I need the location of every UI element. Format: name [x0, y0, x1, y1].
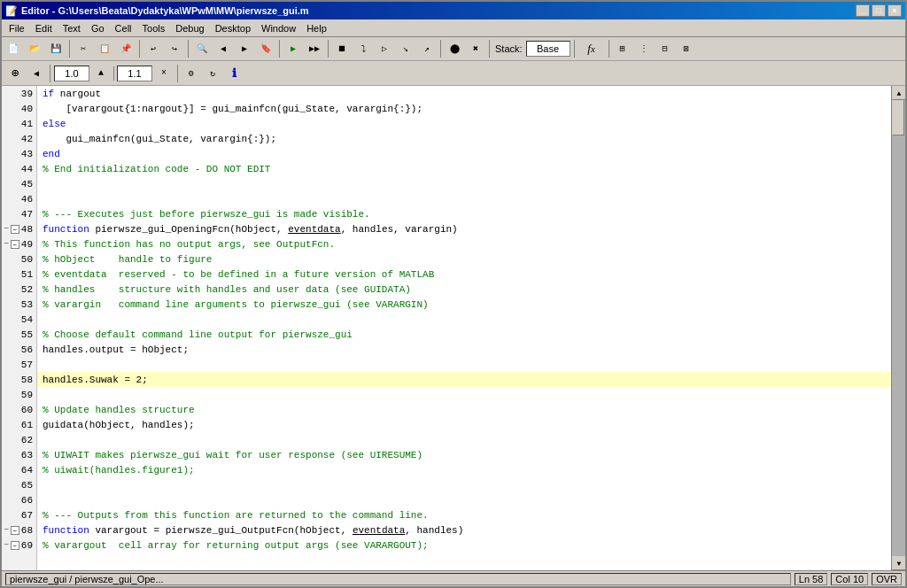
- back-button[interactable]: ◀: [213, 39, 233, 58]
- split-v-button[interactable]: ⊠: [677, 39, 696, 58]
- settings-btn[interactable]: ⚙: [182, 64, 201, 83]
- nav-page-btn[interactable]: ⊕: [5, 64, 25, 83]
- code-line[interactable]: % eventdata reserved - to be defined in …: [37, 267, 891, 282]
- code-line[interactable]: % varargin command line arguments to pie…: [37, 297, 891, 312]
- code-line[interactable]: end: [37, 146, 891, 161]
- menu-desktop[interactable]: Desktop: [210, 21, 256, 35]
- menu-tools[interactable]: Tools: [137, 21, 171, 35]
- title-bar: 📝 Editor - G:\Users\Beata\Dydaktyka\WPwM…: [2, 2, 905, 19]
- code-line[interactable]: [37, 191, 891, 206]
- continue-button[interactable]: ▷: [375, 39, 394, 58]
- code-line[interactable]: % uiwait(handles.figure1);: [37, 462, 891, 477]
- code-line[interactable]: [37, 432, 891, 447]
- code-line[interactable]: handles.Suwak = 2;: [37, 372, 891, 387]
- code-line[interactable]: [37, 492, 891, 507]
- stack-input[interactable]: [526, 41, 570, 57]
- maximize-button[interactable]: □: [872, 4, 886, 17]
- code-line[interactable]: guidata(hObject, handles);: [37, 417, 891, 432]
- code-line[interactable]: % Update handles structure: [37, 402, 891, 417]
- zoom-close-btn[interactable]: ×: [154, 64, 174, 83]
- bookmark-button[interactable]: 🔖: [256, 39, 275, 58]
- clear-button[interactable]: ✖: [466, 39, 485, 58]
- code-line[interactable]: % This function has no output args, see …: [37, 236, 891, 251]
- code-line[interactable]: if nargout: [37, 86, 891, 101]
- eval-btn[interactable]: ↻: [203, 64, 222, 83]
- token-normal: varargout = pierwsze_gui_OutputFcn(hObje…: [89, 525, 353, 536]
- code-content[interactable]: if nargout [varargout{1:nargout}] = gui_…: [37, 86, 891, 570]
- scroll-up-button[interactable]: ▲: [892, 86, 905, 100]
- code-line[interactable]: function varargout = pierwsze_gui_Output…: [37, 522, 891, 538]
- menu-debug[interactable]: Debug: [170, 21, 209, 35]
- code-line[interactable]: [37, 176, 891, 191]
- nav-back2-btn[interactable]: ◀: [27, 64, 46, 83]
- token-normal: , handles, varargin): [341, 224, 458, 235]
- scroll-thumb[interactable]: [892, 100, 904, 135]
- fold-icon[interactable]: −: [11, 526, 19, 535]
- code-line[interactable]: % Choose default command line output for…: [37, 327, 891, 342]
- line-number: 44: [2, 161, 36, 176]
- step-button[interactable]: ⤵: [353, 39, 373, 58]
- code-line[interactable]: % handles structure with handles and use…: [37, 282, 891, 297]
- menu-help[interactable]: Help: [301, 21, 332, 35]
- close-button[interactable]: ×: [888, 4, 902, 17]
- paste-button[interactable]: 📌: [116, 39, 136, 58]
- code-line[interactable]: % hObject handle to figure: [37, 251, 891, 267]
- stack-label: Stack:: [493, 43, 524, 54]
- code-line[interactable]: % varargout cell array for returning out…: [37, 538, 891, 553]
- run-button[interactable]: ▶: [283, 39, 303, 58]
- menu-file[interactable]: File: [4, 21, 30, 35]
- toolbar-sep-9: [609, 40, 609, 58]
- toolbar-sep-1: [69, 40, 70, 58]
- scroll-down-button[interactable]: ▼: [892, 556, 905, 570]
- code-line[interactable]: % End initialization code - DO NOT EDIT: [37, 161, 891, 176]
- grid-button[interactable]: ⊞: [613, 39, 632, 58]
- code-line[interactable]: [37, 387, 891, 402]
- line-number-text: 43: [21, 149, 33, 159]
- breakpoint-button[interactable]: ⬤: [445, 39, 464, 58]
- code-line[interactable]: handles.output = hObject;: [37, 342, 891, 357]
- code-line[interactable]: % --- Outputs from this function are ret…: [37, 507, 891, 522]
- menu-text[interactable]: Text: [58, 21, 86, 35]
- zoom-in-input[interactable]: 1.1: [117, 66, 152, 81]
- minimize-button[interactable]: _: [856, 4, 870, 17]
- menu-cell[interactable]: Cell: [110, 21, 137, 35]
- save-button[interactable]: 💾: [46, 39, 66, 58]
- stop-button[interactable]: ⏹: [332, 39, 352, 58]
- open-file-button[interactable]: 📂: [25, 39, 44, 58]
- line-number: 62: [2, 432, 36, 447]
- forward-button[interactable]: ▶: [235, 39, 254, 58]
- scroll-track[interactable]: [892, 100, 905, 556]
- redo-button[interactable]: ↪: [165, 39, 184, 58]
- code-line[interactable]: % UIWAIT makes pierwsze_gui wait for use…: [37, 447, 891, 462]
- code-line[interactable]: function pierwsze_gui_OpeningFcn(hObject…: [37, 221, 891, 236]
- fold-icon[interactable]: −: [11, 541, 19, 550]
- cut-button[interactable]: ✂: [74, 39, 93, 58]
- code-line[interactable]: % --- Executes just before pierwsze_gui …: [37, 206, 891, 221]
- vertical-scrollbar[interactable]: ▲ ▼: [891, 86, 905, 570]
- run-section-button[interactable]: ▶▶: [305, 39, 324, 58]
- new-file-button[interactable]: 📄: [4, 39, 23, 58]
- fx-button[interactable]: fx: [578, 39, 605, 58]
- step-out-button[interactable]: ↗: [417, 39, 437, 58]
- menu-edit[interactable]: Edit: [30, 21, 58, 35]
- info-btn[interactable]: ℹ: [224, 64, 244, 83]
- code-line[interactable]: [37, 312, 891, 327]
- code-line[interactable]: [37, 477, 891, 492]
- cols-button[interactable]: ⋮: [634, 39, 654, 58]
- menu-window[interactable]: Window: [256, 21, 301, 35]
- zoom-out-input[interactable]: 1.0: [54, 66, 89, 81]
- fold-icon[interactable]: −: [11, 240, 19, 249]
- code-line[interactable]: gui_mainfcn(gui_State, varargin{:});: [37, 131, 891, 146]
- line-number-text: 41: [21, 119, 33, 129]
- code-line[interactable]: [37, 357, 891, 372]
- code-line[interactable]: else: [37, 116, 891, 131]
- zoom-up-btn[interactable]: ▲: [91, 64, 111, 83]
- find-button[interactable]: 🔍: [192, 39, 212, 58]
- copy-button[interactable]: 📋: [95, 39, 114, 58]
- undo-button[interactable]: ↩: [143, 39, 163, 58]
- code-line[interactable]: [varargout{1:nargout}] = gui_mainfcn(gui…: [37, 101, 891, 116]
- step-in-button[interactable]: ↘: [396, 39, 415, 58]
- menu-go[interactable]: Go: [86, 21, 110, 35]
- split-h-button[interactable]: ⊟: [655, 39, 675, 58]
- fold-icon[interactable]: −: [11, 225, 19, 234]
